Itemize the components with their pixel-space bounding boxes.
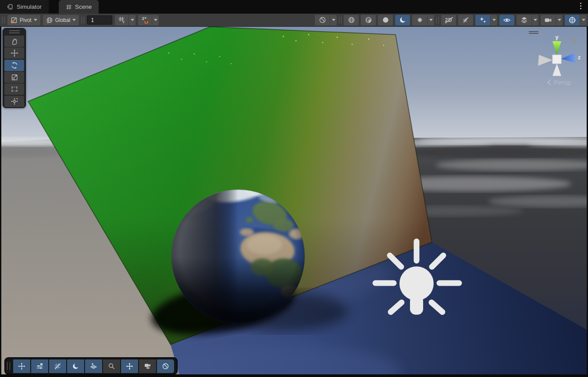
shaded-wireframe-button[interactable] (361, 15, 376, 25)
scene-viewport[interactable]: y z (1, 26, 587, 374)
scene-visibility-button[interactable] (499, 15, 514, 25)
move-tool-button[interactable] (4, 47, 24, 59)
sparkles-icon (479, 16, 487, 24)
starburst-icon (416, 16, 424, 24)
view-tool-button[interactable] (4, 36, 24, 47)
global-button[interactable]: Global (43, 15, 79, 25)
2d-mode-button[interactable]: 2D (441, 15, 456, 25)
negative-y-axis-cone[interactable] (552, 64, 561, 76)
global-label: Global (55, 17, 71, 23)
scene-audio-button[interactable] (458, 15, 473, 25)
lighting-toggle-button[interactable] (67, 359, 84, 373)
grid-visibility-button[interactable] (49, 359, 66, 373)
diamond-dot-icon (90, 363, 97, 370)
pivot-square-icon (11, 17, 18, 24)
tab-simulator-label: Simulator (17, 4, 42, 10)
rect-tool-icon (11, 85, 18, 93)
kebab-menu-icon[interactable] (577, 3, 584, 11)
overlay-drag-handle[interactable] (529, 32, 538, 33)
tab-scene[interactable]: Scene (59, 0, 99, 14)
layers-button[interactable] (517, 15, 531, 25)
grid-snap-caret[interactable] (129, 15, 135, 25)
transform-icon (11, 97, 18, 105)
gizmo-sphere-icon (568, 16, 576, 24)
search-button[interactable] (103, 359, 120, 373)
gizmos-caret[interactable] (580, 15, 587, 25)
pivot-button[interactable]: Pivot (7, 15, 40, 25)
increment-snap-button[interactable] (138, 15, 152, 25)
wireframe-sphere-icon (348, 16, 355, 24)
sliders-icon (36, 363, 43, 370)
projection-label: Persp (554, 79, 571, 86)
toolbar-drag-handle[interactable] (339, 17, 342, 24)
negative-x-axis-cone[interactable] (538, 55, 552, 66)
view-options-button[interactable] (157, 359, 174, 373)
video-camera-icon (544, 16, 552, 24)
tab-simulator[interactable]: Simulator (0, 0, 49, 14)
unlocked-padlock-icon[interactable] (572, 36, 577, 43)
scene-effects-caret[interactable] (491, 15, 497, 25)
rect-tool-button[interactable] (4, 83, 24, 95)
solid-shaded-button[interactable] (378, 15, 393, 25)
increment-snap-caret[interactable] (152, 15, 159, 25)
unity-scene-window: Simulator Scene Pivot (0, 0, 588, 377)
grid-snap-button[interactable]: Y (115, 15, 128, 25)
camera-eye-icon (144, 362, 152, 370)
toolbar-drag-handle[interactable] (436, 17, 439, 24)
toolbar-drag-handle[interactable] (82, 17, 84, 24)
tab-scene-label: Scene (75, 4, 92, 10)
scene-canvas[interactable] (1, 27, 587, 375)
svg-text:Y: Y (122, 20, 125, 24)
chevron-down-icon (34, 19, 37, 21)
shaded-sphere-icon (319, 16, 326, 24)
wireframe-button[interactable] (344, 15, 359, 25)
gizmos-button[interactable] (565, 15, 580, 25)
z-axis-cone[interactable] (561, 53, 575, 63)
scene-effects-group (475, 15, 497, 25)
hand-icon (11, 37, 18, 45)
increment-snap-button-group (138, 15, 159, 25)
camera-view-caret[interactable] (556, 15, 563, 25)
cross-arrows-icon (18, 363, 25, 370)
move-overlay-button[interactable] (13, 359, 30, 373)
2d-slash-icon: 2D (445, 17, 452, 23)
axis-cross-icon (126, 363, 133, 370)
effects-burst-button[interactable] (412, 15, 427, 25)
cameras-overlay-button[interactable] (139, 359, 156, 373)
scale-tool-button[interactable] (4, 72, 24, 83)
overlay-drag-handle[interactable] (9, 30, 20, 33)
scene-lighting-button[interactable] (395, 15, 410, 25)
move-snap-input[interactable] (87, 15, 112, 25)
layers-caret[interactable] (532, 15, 538, 25)
globe-icon (46, 17, 53, 24)
grid-snap-y-icon: Y (118, 16, 125, 24)
chevron-left-icon (547, 79, 552, 86)
scale-icon (11, 73, 18, 81)
window-bottom-border (0, 374, 588, 377)
eye-icon (503, 16, 511, 24)
rotate-arrows-icon (11, 61, 18, 69)
crescent-moon-icon (72, 363, 79, 370)
gizmos-group (565, 15, 587, 25)
scene-effects-button[interactable] (475, 15, 490, 25)
gizmo-center-cube[interactable] (552, 55, 561, 64)
z-axis-label[interactable]: z (578, 54, 581, 61)
draw-mode-button[interactable] (315, 15, 330, 25)
projection-toggle[interactable]: Persp (547, 79, 571, 86)
draw-mode-group (315, 15, 337, 25)
y-axis-cone[interactable] (552, 41, 561, 55)
transform-tool-button[interactable] (4, 96, 24, 107)
grid-plane-button[interactable] (85, 359, 102, 373)
rotate-tool-button[interactable] (4, 60, 24, 71)
effects-burst-caret[interactable] (428, 15, 434, 25)
overlays-toolbar (4, 357, 178, 375)
orientation-overlay-button[interactable] (121, 359, 138, 373)
y-axis-label[interactable]: y (555, 34, 559, 40)
tool-settings-button[interactable] (31, 359, 48, 373)
camera-view-button[interactable] (541, 15, 556, 25)
tab-bar: Simulator Scene (0, 0, 588, 14)
overlay-drag-handle[interactable] (7, 362, 10, 370)
crescent-moon-icon (399, 16, 406, 24)
toolbar-drag-handle[interactable] (2, 17, 5, 24)
draw-mode-caret[interactable] (330, 15, 337, 25)
